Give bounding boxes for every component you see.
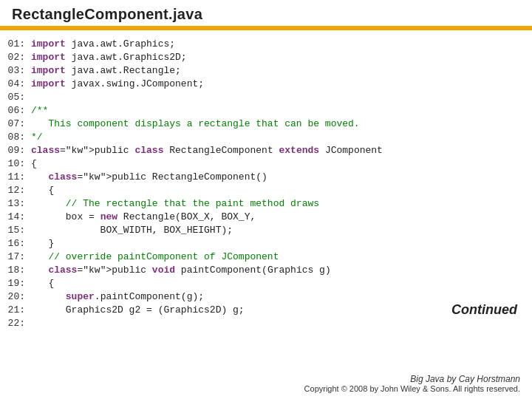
line-number: 21: xyxy=(7,304,31,317)
table-row: 18: class="kw">public void paintComponen… xyxy=(7,264,532,277)
line-number: 17: xyxy=(7,250,31,264)
table-row: 04:import javax.swing.JComponent; xyxy=(7,78,532,91)
line-number: 20: xyxy=(7,290,31,304)
page-header: RectangleComponent.java xyxy=(0,0,532,28)
line-content: Graphics2D g2 = (Graphics2D) g; xyxy=(31,304,245,317)
table-row: 10:{ xyxy=(7,157,532,171)
line-content: class="kw">public class RectangleCompone… xyxy=(31,144,383,157)
line-number: 12: xyxy=(7,184,31,197)
table-row: 17: // override paintComponent of JCompo… xyxy=(7,250,532,264)
table-row: 01:import java.awt.Graphics; xyxy=(7,38,532,51)
footer: Big Java by Cay Horstmann Copyright © 20… xyxy=(304,374,520,393)
table-row: 14: box = new Rectangle(BOX_X, BOX_Y, xyxy=(7,211,532,224)
line-content: // The rectangle that the paint method d… xyxy=(31,197,319,211)
line-number: 19: xyxy=(7,277,31,290)
footer-line1: Big Java by Cay Horstmann xyxy=(304,374,520,384)
line-content: { xyxy=(31,157,37,171)
line-content: import javax.swing.JComponent; xyxy=(31,78,204,91)
line-content: import java.awt.Rectangle; xyxy=(31,64,181,78)
table-row: 02:import java.awt.Graphics2D; xyxy=(7,51,532,64)
line-content: /** xyxy=(31,104,48,117)
line-content: } xyxy=(31,237,54,250)
line-content: box = new Rectangle(BOX_X, BOX_Y, xyxy=(31,211,256,224)
line-number: 18: xyxy=(7,264,31,277)
table-row: 13: // The rectangle that the paint meth… xyxy=(7,197,532,211)
code-area: 01:import java.awt.Graphics;02:import ja… xyxy=(0,30,532,338)
table-row: 07: This component displays a rectangle … xyxy=(7,117,532,131)
line-number: 05: xyxy=(7,91,31,104)
line-number: 07: xyxy=(7,117,31,131)
line-content: import java.awt.Graphics2D; xyxy=(31,51,187,64)
table-row: 19: { xyxy=(7,277,532,290)
table-row: 16: } xyxy=(7,237,532,250)
table-row: 08:*/ xyxy=(7,131,532,144)
line-content: */ xyxy=(31,131,43,144)
line-number: 08: xyxy=(7,131,31,144)
line-number: 01: xyxy=(7,38,31,51)
line-content: { xyxy=(31,277,54,290)
line-content: { xyxy=(31,184,54,197)
table-row: 11: class="kw">public RectangleComponent… xyxy=(7,171,532,184)
table-row: 12: { xyxy=(7,184,532,197)
table-row: 06:/** xyxy=(7,104,532,117)
table-row: 03:import java.awt.Rectangle; xyxy=(7,64,532,78)
line-number: 02: xyxy=(7,51,31,64)
line-number: 03: xyxy=(7,64,31,78)
line-number: 10: xyxy=(7,157,31,171)
line-content: BOX_WIDTH, BOX_HEIGHT); xyxy=(31,224,233,237)
line-number: 11: xyxy=(7,171,31,184)
line-number: 09: xyxy=(7,144,31,157)
line-number: 14: xyxy=(7,211,31,224)
line-number: 16: xyxy=(7,237,31,250)
line-content: super.paintComponent(g); xyxy=(31,290,204,304)
continued-label: Continued xyxy=(451,302,517,318)
footer-line2: Copyright © 2008 by John Wiley & Sons. A… xyxy=(304,384,520,393)
table-row: 09:class="kw">public class RectangleComp… xyxy=(7,144,532,157)
table-row: 15: BOX_WIDTH, BOX_HEIGHT); xyxy=(7,224,532,237)
line-content: This component displays a rectangle that… xyxy=(31,117,360,131)
line-number: 13: xyxy=(7,197,31,211)
line-number: 15: xyxy=(7,224,31,237)
table-row: 05: xyxy=(7,91,532,104)
line-content: class="kw">public RectangleComponent() xyxy=(31,171,267,184)
line-content: // override paintComponent of JComponent xyxy=(31,250,279,264)
page-title: RectangleComponent.java xyxy=(12,6,202,22)
line-content: import java.awt.Graphics; xyxy=(31,38,175,51)
line-content: class="kw">public void paintComponent(Gr… xyxy=(31,264,331,277)
line-number: 22: xyxy=(7,317,31,330)
code-section: 01:import java.awt.Graphics;02:import ja… xyxy=(0,30,532,338)
line-number: 06: xyxy=(7,104,31,117)
table-row: 22: xyxy=(7,317,532,330)
line-number: 04: xyxy=(7,78,31,91)
